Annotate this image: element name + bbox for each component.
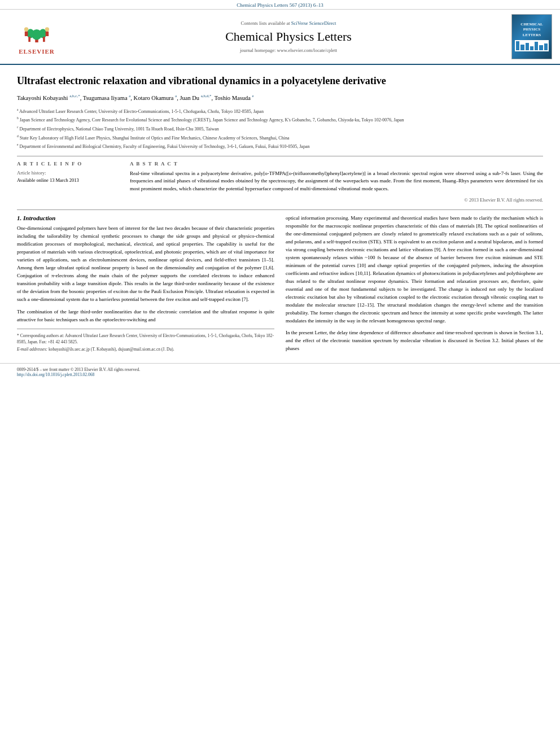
- abstract-label: A B S T R A C T: [130, 161, 543, 167]
- page-footer: 0009-2614/$ – see front matter © 2013 El…: [0, 363, 560, 381]
- body-right-col: optical information processing. Many exp…: [286, 215, 543, 357]
- authors-line: Takayoshi Kobayashi a,b,c,*, Tsugumasa I…: [17, 93, 543, 102]
- article-info-label: A R T I C L E I N F O: [17, 161, 119, 167]
- svg-point-8: [45, 27, 49, 31]
- copyright-line: © 2013 Elsevier B.V. All rights reserved…: [130, 197, 543, 203]
- footnote-star: * Corresponding authors at: Advanced Ult…: [17, 333, 274, 346]
- divider-2: [17, 209, 543, 210]
- journal-cover: CHEMICALPHYSICSLETTERS: [511, 14, 552, 59]
- footnote-area: * Corresponding authors at: Advanced Ult…: [17, 329, 274, 353]
- journal-citation-bar: Chemical Physics Letters 567 (2013) 6–13: [0, 0, 560, 10]
- section1-heading: 1. Introduction: [17, 215, 274, 221]
- elsevier-tree-icon: [20, 23, 54, 43]
- doi-link[interactable]: http://dx.doi.org/10.1016/j.cplett.2013.…: [17, 372, 94, 377]
- elsevier-wordmark: ELSEVIER: [19, 48, 55, 55]
- journal-title: Chemical Physics Letters: [225, 29, 352, 44]
- journal-homepage: journal homepage: www.elsevier.com/locat…: [240, 47, 337, 53]
- svg-rect-7: [25, 31, 28, 36]
- phases-text: phases: [286, 346, 299, 351]
- body-left-col: 1. Introduction One-dimensional conjugat…: [17, 215, 274, 357]
- footer-issn: 0009-2614/$ – see front matter © 2013 El…: [17, 367, 543, 372]
- article-title: Ultrafast electronic relaxation and vibr…: [17, 74, 543, 88]
- body-para-1: One-dimensional conjugated polymers have…: [17, 225, 274, 303]
- cover-title: CHEMICALPHYSICSLETTERS: [520, 22, 542, 37]
- body-para-right-1: optical information processing. Many exp…: [286, 215, 543, 325]
- divider-1: [17, 156, 543, 156]
- abstract-text: Real-time vibrational spectra in a polya…: [130, 170, 543, 193]
- journal-cover-area: CHEMICALPHYSICSLETTERS: [509, 14, 554, 59]
- sciverse-link[interactable]: SciVerse ScienceDirect: [291, 20, 336, 26]
- svg-rect-4: [28, 36, 30, 41]
- article-body: 1. Introduction One-dimensional conjugat…: [17, 215, 543, 357]
- cover-barcode: [515, 40, 549, 51]
- sciverse-line: Contents lists available at SciVerse Sci…: [241, 20, 336, 26]
- elsevier-logo: [11, 19, 62, 47]
- article-content: Ultrafast electronic relaxation and vibr…: [0, 74, 560, 357]
- footnote-email: E-mail addresses: kobayashi@ils.uec.ac.j…: [17, 346, 274, 352]
- article-info-col: A R T I C L E I N F O Article history: A…: [17, 161, 119, 203]
- svg-rect-5: [43, 36, 45, 41]
- body-para-right-2: In the present Letter, the delay time de…: [286, 329, 543, 353]
- affiliations: a Advanced Ultrafast Laser Research Cent…: [17, 107, 543, 150]
- journal-title-area: Contents lists available at SciVerse Sci…: [73, 14, 504, 59]
- svg-rect-9: [46, 31, 49, 36]
- footer-doi: http://dx.doi.org/10.1016/j.cplett.2013.…: [17, 372, 543, 377]
- body-para-2: The combination of the large third-order…: [17, 308, 274, 324]
- article-history-label: Article history:: [17, 170, 119, 176]
- publisher-logo-area: ELSEVIER: [6, 14, 68, 59]
- svg-point-6: [24, 27, 28, 31]
- available-online: Available online 13 March 2013: [17, 177, 119, 183]
- journal-header: ELSEVIER Contents lists available at Sci…: [0, 10, 560, 65]
- abstract-col: A B S T R A C T Real-time vibrational sp…: [130, 161, 543, 203]
- journal-reference: Chemical Physics Letters 567 (2013) 6–13: [237, 2, 323, 8]
- article-info-abstract: A R T I C L E I N F O Article history: A…: [17, 161, 543, 203]
